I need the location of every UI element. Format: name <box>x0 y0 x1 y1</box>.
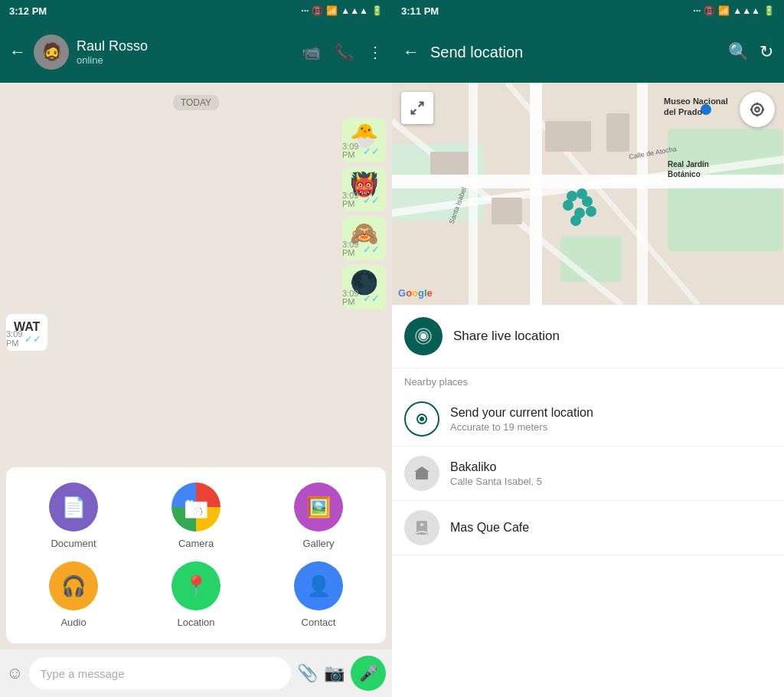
input-placeholder: Type a message <box>40 667 124 680</box>
more-options-icon[interactable]: ⋮ <box>368 43 383 61</box>
attachment-panel: 📄 Document 📷 Camera 🖼️ Gallery <box>6 467 386 643</box>
status-icons-left: ··· 📵 📶 ▲▲▲ 🔋 <box>301 5 383 16</box>
avatar: 🧔 <box>34 34 69 70</box>
current-location-subtitle: Accurate to 19 meters <box>450 421 772 433</box>
chat-area: TODAY 🐣 3:09 PM ✓✓ 👹 3:09 PM ✓✓ 🙈 3:09 P… <box>0 83 392 467</box>
svg-point-15 <box>563 200 573 211</box>
search-icon[interactable]: 🔍 <box>728 42 749 62</box>
svg-point-18 <box>570 215 581 226</box>
attach-location[interactable]: 📍 Location <box>172 561 220 628</box>
camera-button[interactable]: 📷 <box>324 663 345 683</box>
svg-rect-11 <box>545 121 591 152</box>
video-call-icon[interactable]: 📹 <box>302 43 321 61</box>
place-text-masquecafe: Mas Que Cafe <box>450 521 772 535</box>
svg-point-20 <box>577 188 587 199</box>
attach-button[interactable]: 📎 <box>297 663 318 683</box>
place-icon-masquecafe <box>404 510 439 545</box>
svg-rect-35 <box>420 475 424 479</box>
nearby-places-header: Nearby places <box>392 368 784 392</box>
attach-camera[interactable]: 📷 Camera <box>172 483 220 549</box>
header-icons: 📹 📞 ⋮ <box>302 43 383 61</box>
svg-point-32 <box>752 104 763 116</box>
status-bar-right: 3:11 PM ··· 📵 📶 ▲▲▲ 🔋 <box>392 0 784 21</box>
location-list: Share live location Nearby places Send y… <box>392 305 784 697</box>
place-address-bakaliko: Calle Santa Isabel, 5 <box>450 476 772 487</box>
attach-gallery[interactable]: 🖼️ Gallery <box>294 483 343 549</box>
svg-rect-7 <box>469 83 478 305</box>
message-input[interactable]: Type a message <box>29 657 291 689</box>
input-bar: ☺ Type a message 📎 📷 🎤 <box>0 650 392 697</box>
attach-grid: 📄 Document 📷 Camera 🖼️ Gallery <box>18 483 374 628</box>
map-area: Museo Nacional del Prado Real Jardín Bot… <box>392 83 784 305</box>
left-panel: 3:12 PM ··· 📵 📶 ▲▲▲ 🔋 ← 🧔 Raul Rosso onl… <box>0 0 392 697</box>
map-expand-button[interactable] <box>401 92 433 124</box>
gallery-icon: 🖼️ <box>294 483 343 532</box>
place-name-bakaliko: Bakaliko <box>450 460 772 474</box>
svg-point-31 <box>755 107 760 112</box>
message-time-3: 3:09 PM ✓✓ <box>342 241 380 257</box>
current-location-title: Send your current location <box>450 406 772 420</box>
mic-button[interactable]: 🎤 <box>351 656 386 691</box>
current-location-row[interactable]: Send your current location Accurate to 1… <box>392 392 784 447</box>
location-label: Location <box>177 617 214 628</box>
message-bubble-1: 🐣 3:09 PM ✓✓ <box>342 118 386 162</box>
time-right: 3:11 PM <box>401 5 439 17</box>
status-icons-right: ··· 📵 📶 ▲▲▲ 🔋 <box>693 5 775 16</box>
svg-text:Botánico: Botánico <box>668 170 701 178</box>
svg-rect-6 <box>637 83 648 305</box>
svg-text:Real Jardín: Real Jardín <box>668 160 709 169</box>
place-name-masquecafe: Mas Que Cafe <box>450 521 772 535</box>
contact-info: Raul Rosso online <box>77 38 294 66</box>
svg-rect-14 <box>430 152 469 175</box>
current-location-icon <box>404 401 439 437</box>
svg-rect-12 <box>606 113 629 152</box>
place-row-masquecafe[interactable]: Mas Que Cafe <box>392 501 784 555</box>
date-divider: TODAY <box>6 95 386 109</box>
status-bar-left: 3:12 PM ··· 📵 📶 ▲▲▲ 🔋 <box>0 0 392 21</box>
emoji-button[interactable]: ☺ <box>6 663 23 683</box>
refresh-icon[interactable]: ↻ <box>760 42 773 62</box>
message-bubble-2: 👹 3:09 PM ✓✓ <box>342 167 386 211</box>
svg-point-19 <box>586 206 596 217</box>
message-time-2: 3:09 PM ✓✓ <box>342 191 380 208</box>
place-row-bakaliko[interactable]: Bakaliko Calle Santa Isabel, 5 <box>392 447 784 501</box>
attach-audio[interactable]: 🎧 Audio <box>49 561 98 628</box>
place-icon-bakaliko <box>404 456 439 491</box>
contact-status: online <box>77 54 294 66</box>
svg-point-33 <box>420 333 426 339</box>
place-text-bakaliko: Bakaliko Calle Santa Isabel, 5 <box>450 460 772 487</box>
audio-icon: 🎧 <box>49 561 98 610</box>
attach-document[interactable]: 📄 Document <box>49 483 98 549</box>
svg-rect-1 <box>668 129 782 251</box>
message-time-4: 3:09 PM ✓✓ <box>342 290 380 306</box>
share-live-location-row[interactable]: Share live location <box>392 305 784 368</box>
wat-bubble: WAT 3:09 PM ✓✓ <box>6 314 47 351</box>
svg-rect-13 <box>492 198 522 224</box>
back-button-right[interactable]: ← <box>403 42 420 62</box>
google-logo: Google <box>398 287 433 299</box>
time-left: 3:12 PM <box>9 5 47 17</box>
document-icon: 📄 <box>49 483 98 532</box>
contact-label: Contact <box>302 617 336 628</box>
right-panel: 3:11 PM ··· 📵 📶 ▲▲▲ 🔋 ← Send location 🔍 … <box>392 0 784 697</box>
wat-time: 3:09 PM ✓✓ <box>6 329 41 348</box>
live-location-label: Share live location <box>453 329 560 344</box>
call-icon[interactable]: 📞 <box>335 43 354 61</box>
message-time-1: 3:09 PM ✓✓ <box>342 142 380 159</box>
camera-label: Camera <box>178 538 214 549</box>
camera-icon: 📷 <box>172 483 220 532</box>
map-svg: Museo Nacional del Prado Real Jardín Bot… <box>392 83 784 305</box>
left-header: ← 🧔 Raul Rosso online 📹 📞 ⋮ <box>0 21 392 83</box>
message-bubble-4: 🌑 3:09 PM ✓✓ <box>342 265 386 309</box>
attach-contact[interactable]: 👤 Contact <box>294 561 343 628</box>
gallery-label: Gallery <box>302 538 334 549</box>
right-header: ← Send location 🔍 ↻ <box>392 21 784 83</box>
svg-rect-3 <box>560 236 622 282</box>
svg-text:del Prado: del Prado <box>664 107 702 116</box>
current-location-text: Send your current location Accurate to 1… <box>450 406 772 433</box>
svg-text:Museo Nacional: Museo Nacional <box>664 97 728 106</box>
live-location-icon <box>404 317 443 355</box>
back-button-left[interactable]: ← <box>9 42 26 62</box>
contact-name: Raul Rosso <box>77 38 294 54</box>
my-location-button[interactable] <box>740 92 775 127</box>
